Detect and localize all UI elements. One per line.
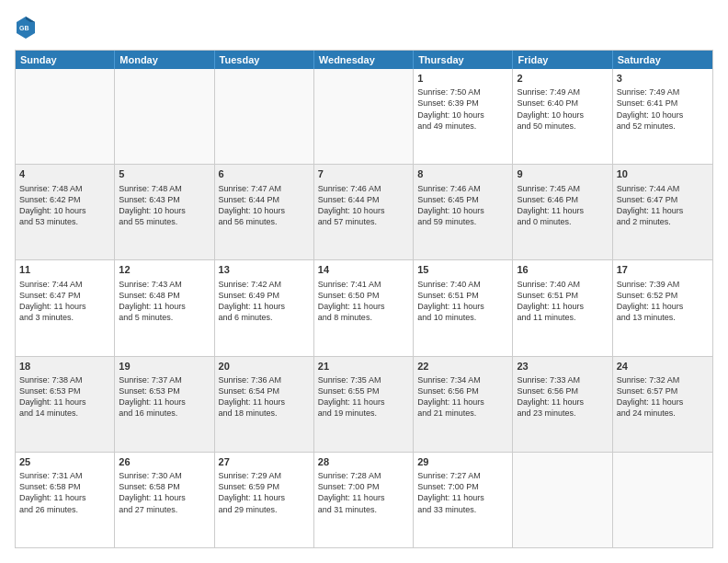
calendar-cell: 17Sunrise: 7:39 AMSunset: 6:52 PMDayligh…	[613, 260, 712, 355]
day-number: 8	[417, 167, 508, 180]
calendar-cell: 4Sunrise: 7:48 AMSunset: 6:42 PMDaylight…	[16, 165, 115, 259]
page: GB SundayMondayTuesdayWednesdayThursdayF…	[0, 0, 728, 563]
cell-content: Sunrise: 7:41 AMSunset: 6:50 PMDaylight:…	[318, 279, 409, 324]
calendar-week-5: 25Sunrise: 7:31 AMSunset: 6:58 PMDayligh…	[16, 453, 712, 547]
day-number: 18	[19, 360, 110, 373]
calendar-cell: 18Sunrise: 7:38 AMSunset: 6:53 PMDayligh…	[16, 357, 115, 452]
cell-content: Sunrise: 7:43 AMSunset: 6:48 PMDaylight:…	[119, 279, 210, 324]
cell-content: Sunrise: 7:50 AMSunset: 6:39 PMDaylight:…	[417, 86, 508, 132]
calendar-cell: 26Sunrise: 7:30 AMSunset: 6:58 PMDayligh…	[115, 453, 214, 547]
header-day-saturday: Saturday	[613, 51, 712, 69]
calendar-cell: 10Sunrise: 7:44 AMSunset: 6:47 PMDayligh…	[613, 165, 712, 259]
header: GB	[15, 15, 713, 40]
day-number: 2	[517, 72, 608, 85]
cell-content: Sunrise: 7:42 AMSunset: 6:49 PMDaylight:…	[219, 279, 310, 324]
day-number: 27	[219, 455, 310, 468]
calendar-week-3: 11Sunrise: 7:44 AMSunset: 6:47 PMDayligh…	[16, 260, 712, 356]
calendar-cell	[513, 453, 612, 547]
cell-content: Sunrise: 7:30 AMSunset: 6:58 PMDaylight:…	[119, 470, 210, 515]
calendar-cell: 28Sunrise: 7:28 AMSunset: 7:00 PMDayligh…	[314, 453, 414, 547]
calendar-week-4: 18Sunrise: 7:38 AMSunset: 6:53 PMDayligh…	[16, 357, 712, 453]
cell-content: Sunrise: 7:49 AMSunset: 6:40 PMDaylight:…	[517, 86, 608, 132]
cell-content: Sunrise: 7:32 AMSunset: 6:57 PMDaylight:…	[617, 374, 709, 419]
calendar-cell: 13Sunrise: 7:42 AMSunset: 6:49 PMDayligh…	[215, 260, 314, 355]
cell-content: Sunrise: 7:31 AMSunset: 6:58 PMDaylight:…	[19, 470, 110, 515]
cell-content: Sunrise: 7:27 AMSunset: 7:00 PMDaylight:…	[417, 470, 508, 515]
cell-content: Sunrise: 7:48 AMSunset: 6:42 PMDaylight:…	[19, 183, 110, 228]
day-number: 4	[19, 167, 110, 180]
day-number: 15	[417, 263, 508, 276]
calendar-cell: 9Sunrise: 7:45 AMSunset: 6:46 PMDaylight…	[513, 165, 612, 259]
calendar-week-2: 4Sunrise: 7:48 AMSunset: 6:42 PMDaylight…	[16, 165, 712, 260]
cell-content: Sunrise: 7:39 AMSunset: 6:52 PMDaylight:…	[617, 279, 709, 324]
cell-content: Sunrise: 7:44 AMSunset: 6:47 PMDaylight:…	[19, 279, 110, 324]
cell-content: Sunrise: 7:29 AMSunset: 6:59 PMDaylight:…	[219, 470, 310, 515]
day-number: 5	[119, 167, 210, 180]
calendar-cell	[115, 69, 214, 164]
header-day-thursday: Thursday	[414, 51, 513, 69]
day-number: 13	[219, 263, 310, 276]
calendar-cell: 27Sunrise: 7:29 AMSunset: 6:59 PMDayligh…	[215, 453, 314, 547]
calendar-cell	[16, 69, 115, 164]
header-day-friday: Friday	[513, 51, 612, 69]
day-number: 25	[19, 455, 110, 468]
cell-content: Sunrise: 7:28 AMSunset: 7:00 PMDaylight:…	[318, 470, 409, 515]
calendar-cell: 19Sunrise: 7:37 AMSunset: 6:53 PMDayligh…	[115, 357, 214, 452]
calendar-cell: 7Sunrise: 7:46 AMSunset: 6:44 PMDaylight…	[314, 165, 414, 259]
svg-text:GB: GB	[19, 25, 29, 31]
day-number: 20	[219, 360, 310, 373]
calendar-cell: 23Sunrise: 7:33 AMSunset: 6:56 PMDayligh…	[513, 357, 612, 452]
calendar-cell: 25Sunrise: 7:31 AMSunset: 6:58 PMDayligh…	[16, 453, 115, 547]
calendar-cell: 2Sunrise: 7:49 AMSunset: 6:40 PMDaylight…	[513, 69, 612, 164]
day-number: 12	[119, 263, 210, 276]
day-number: 21	[318, 360, 409, 373]
calendar-cell: 15Sunrise: 7:40 AMSunset: 6:51 PMDayligh…	[414, 260, 513, 355]
day-number: 3	[617, 72, 709, 85]
day-number: 26	[119, 455, 210, 468]
calendar-cell: 14Sunrise: 7:41 AMSunset: 6:50 PMDayligh…	[314, 260, 414, 355]
calendar-cell: 20Sunrise: 7:36 AMSunset: 6:54 PMDayligh…	[215, 357, 314, 452]
calendar-week-1: 1Sunrise: 7:50 AMSunset: 6:39 PMDaylight…	[16, 69, 712, 165]
day-number: 7	[318, 167, 409, 180]
cell-content: Sunrise: 7:36 AMSunset: 6:54 PMDaylight:…	[219, 374, 310, 419]
calendar-cell	[314, 69, 414, 164]
calendar-cell: 12Sunrise: 7:43 AMSunset: 6:48 PMDayligh…	[115, 260, 214, 355]
day-number: 24	[617, 360, 709, 373]
cell-content: Sunrise: 7:46 AMSunset: 6:44 PMDaylight:…	[318, 183, 409, 228]
cell-content: Sunrise: 7:44 AMSunset: 6:47 PMDaylight:…	[617, 183, 709, 228]
cell-content: Sunrise: 7:46 AMSunset: 6:45 PMDaylight:…	[417, 183, 508, 228]
day-number: 10	[617, 167, 709, 180]
day-number: 14	[318, 263, 409, 276]
cell-content: Sunrise: 7:38 AMSunset: 6:53 PMDaylight:…	[19, 374, 110, 419]
day-number: 6	[219, 167, 310, 180]
day-number: 11	[19, 263, 110, 276]
day-number: 29	[417, 455, 508, 468]
cell-content: Sunrise: 7:48 AMSunset: 6:43 PMDaylight:…	[119, 183, 210, 228]
calendar-cell: 1Sunrise: 7:50 AMSunset: 6:39 PMDaylight…	[414, 69, 513, 164]
calendar-cell: 21Sunrise: 7:35 AMSunset: 6:55 PMDayligh…	[314, 357, 414, 452]
logo: GB	[15, 15, 40, 40]
cell-content: Sunrise: 7:33 AMSunset: 6:56 PMDaylight:…	[517, 374, 608, 419]
cell-content: Sunrise: 7:35 AMSunset: 6:55 PMDaylight:…	[318, 374, 409, 419]
cell-content: Sunrise: 7:47 AMSunset: 6:44 PMDaylight:…	[219, 183, 310, 228]
logo-icon: GB	[15, 15, 37, 40]
calendar-cell: 8Sunrise: 7:46 AMSunset: 6:45 PMDaylight…	[414, 165, 513, 259]
day-number: 17	[617, 263, 709, 276]
header-day-sunday: Sunday	[16, 51, 115, 69]
day-number: 1	[417, 72, 508, 85]
cell-content: Sunrise: 7:34 AMSunset: 6:56 PMDaylight:…	[417, 374, 508, 419]
calendar-cell	[613, 453, 712, 547]
calendar-cell: 29Sunrise: 7:27 AMSunset: 7:00 PMDayligh…	[414, 453, 513, 547]
cell-content: Sunrise: 7:37 AMSunset: 6:53 PMDaylight:…	[119, 374, 210, 419]
cell-content: Sunrise: 7:49 AMSunset: 6:41 PMDaylight:…	[617, 86, 709, 132]
calendar-cell: 16Sunrise: 7:40 AMSunset: 6:51 PMDayligh…	[513, 260, 612, 355]
calendar-header: SundayMondayTuesdayWednesdayThursdayFrid…	[16, 51, 712, 69]
day-number: 16	[517, 263, 608, 276]
day-number: 9	[517, 167, 608, 180]
header-day-wednesday: Wednesday	[314, 51, 414, 69]
header-day-monday: Monday	[115, 51, 214, 69]
calendar-cell: 3Sunrise: 7:49 AMSunset: 6:41 PMDaylight…	[613, 69, 712, 164]
calendar-body: 1Sunrise: 7:50 AMSunset: 6:39 PMDaylight…	[16, 69, 712, 547]
calendar-cell	[215, 69, 314, 164]
day-number: 22	[417, 360, 508, 373]
